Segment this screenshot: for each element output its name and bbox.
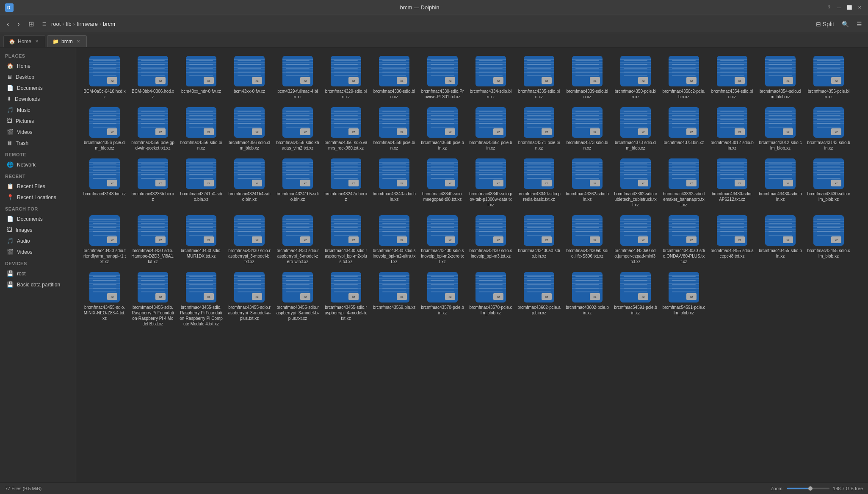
- sidebar-item-videos[interactable]: 🎬 Videos: [2, 127, 74, 137]
- list-item[interactable]: xzBCM-0bb4-0306.hcd.xz: [130, 53, 176, 102]
- list-item[interactable]: xzbrcmfmac43362-sdio.lemaker_bananapro.t…: [661, 155, 707, 210]
- list-item[interactable]: xzbrcmfmac4356-sdio.khadas_vim2.txt.xz: [274, 104, 321, 153]
- sidebar-item-pictures[interactable]: 🖼 Pictures: [2, 116, 74, 126]
- list-item[interactable]: xzbrcmfmac4366c-pcie.bin.xz: [467, 104, 514, 153]
- list-item[interactable]: xzbrcmfmac43340-sdio.bin.xz: [371, 155, 417, 210]
- sidebar-item-basic-partition[interactable]: 💾 Basic data partition: [2, 279, 74, 290]
- list-item[interactable]: xzbrcmfmac43570-pcie.clm_blob.xz: [467, 269, 514, 329]
- list-item[interactable]: xzbrcmfmac43602-pcie.ap.bin.xz: [516, 269, 562, 329]
- list-item[interactable]: xzbrcmfmac4356-sdio.vamrs_rock960.txt.xz: [323, 104, 369, 153]
- list-item[interactable]: xzbrcmfmac54591-pcie.bin.xz: [612, 269, 659, 329]
- list-item[interactable]: xzbrcmfmac43430-sdio.AP6212.txt.xz: [709, 155, 755, 210]
- list-item[interactable]: xzbrcmfmac43455-sdio.bin.xz: [757, 212, 804, 267]
- tab-brcm-close[interactable]: ✕: [75, 39, 81, 44]
- list-item[interactable]: xzbrcmfmac43455-sdio.raspberrypi_3-model…: [226, 269, 273, 329]
- sidebar-item-documents[interactable]: 📄 Documents: [2, 83, 74, 93]
- list-item[interactable]: xzbrcmfmac4373-sdio.clm_blob.xz: [612, 104, 659, 153]
- list-item[interactable]: xzbrcmfmac4350c2-pcie.bin.xz: [661, 53, 707, 102]
- close-button[interactable]: ✕: [856, 4, 863, 11]
- tab-home-close[interactable]: ✕: [34, 39, 40, 44]
- list-item[interactable]: xzbrcmfmac43362-sdio.bin.xz: [564, 155, 611, 210]
- sidebar-item-home[interactable]: 🏠 Home: [2, 61, 74, 71]
- list-item[interactable]: xzbrcmfmac4373-sdio.bin.xz: [564, 104, 611, 153]
- list-item[interactable]: xzbrcmfmac43430-sdio.raspberrypi_3-model…: [274, 212, 321, 267]
- split-button[interactable]: ⊟ Split: [813, 19, 837, 29]
- breadcrumb-current[interactable]: brcm: [103, 21, 115, 27]
- list-item[interactable]: xzbrcmfmac43455-sdio.raspberrypi_3-model…: [274, 269, 321, 329]
- back-button[interactable]: ‹: [3, 18, 12, 31]
- list-item[interactable]: xzbrcmfmac43430a0-sdio.ONDA-V80-PLUS.txt…: [661, 212, 707, 267]
- list-item[interactable]: xzbrcmfmac4354-sdio.clm_blob.xz: [757, 53, 804, 102]
- list-item[interactable]: xzbrcmfmac4371-pcie.bin.xz: [516, 104, 562, 153]
- help-button[interactable]: ?: [826, 4, 832, 11]
- list-item[interactable]: xzbrcmfmac43236b.bin.xz: [130, 155, 176, 210]
- list-item[interactable]: xzbcm43xx-0.fw.xz: [226, 53, 273, 102]
- list-item[interactable]: xzbrcmfmac43012-sdio.bin.xz: [709, 104, 755, 153]
- list-item[interactable]: xzbrcmfmac43430-sdio.raspberrypi_3-model…: [226, 212, 273, 267]
- list-item[interactable]: xzbrcmfmac43430-sdio.MUR1DX.txt.xz: [178, 212, 224, 267]
- minimize-button[interactable]: —: [836, 4, 843, 11]
- list-item[interactable]: xzbrcmfmac43241b4-sdio.bin.xz: [226, 155, 273, 210]
- sidebar-item-recent-locations[interactable]: 📍 Recent Locations: [2, 192, 74, 203]
- list-item[interactable]: xzbrcmfmac43455-sdio.acepc-t8.txt.xz: [709, 212, 755, 267]
- list-item[interactable]: xzbrcmfmac43143-sdio.bin.xz: [805, 104, 852, 153]
- list-item[interactable]: xzbcm43xx_hdr-0.fw.xz: [178, 53, 224, 102]
- list-item[interactable]: xzbrcmfmac43430-sdio.bin.xz: [757, 155, 804, 210]
- sidebar-item-search-audio[interactable]: 🎵 Audio: [2, 236, 74, 246]
- list-item[interactable]: xzbrcmfmac4329-sdio.bin.xz: [323, 53, 369, 102]
- sidebar-item-desktop[interactable]: 🖥 Desktop: [2, 72, 74, 82]
- list-item[interactable]: xzbrcmfmac43569.bin.xz: [371, 269, 417, 329]
- sidebar-item-recent-files[interactable]: 📋 Recent Files: [2, 181, 74, 191]
- list-item[interactable]: xzbrcmfmac4356-pcie.clm_blob.xz: [81, 104, 128, 153]
- tab-brcm[interactable]: 📁 brcm ✕: [47, 35, 87, 47]
- list-item[interactable]: xzbrcmfmac4354-sdio.bin.xz: [709, 53, 755, 102]
- breadcrumb-lib[interactable]: lib: [66, 21, 72, 27]
- list-item[interactable]: xzBCM-0a5c-6410.hcd.xz: [81, 53, 128, 102]
- list-item[interactable]: xzbrcmfmac4366b-pcie.bin.xz: [419, 104, 466, 153]
- sidebar-item-network[interactable]: 🌐 Network: [2, 159, 74, 170]
- list-item[interactable]: xzbrcmfmac4339-sdio.bin.xz: [564, 53, 611, 102]
- sidebar-item-trash[interactable]: 🗑 Trash: [2, 138, 74, 148]
- list-item[interactable]: xzbrcmfmac43570-pcie.bin.xz: [419, 269, 466, 329]
- list-item[interactable]: xzbrcmfmac4373.bin.xz: [661, 104, 707, 153]
- list-item[interactable]: xzbrcmfmac4356-pcie.gpd-win-pocket.txt.x…: [130, 104, 176, 153]
- list-item[interactable]: xzbrcmfmac43430-sdio.friendlyarm_nanopi-…: [81, 212, 128, 267]
- list-item[interactable]: xzbrcmfmac54591-pcie.clm_blob.xz: [661, 269, 707, 329]
- sidebar-item-search-videos[interactable]: 🎬 Videos: [2, 247, 74, 257]
- list-item[interactable]: xzbrcmfmac43241b5-sdio.bin.xz: [274, 155, 321, 210]
- list-item[interactable]: xzbrcmfmac4358-pcie.bin.xz: [371, 104, 417, 153]
- list-item[interactable]: xzbrcmfmac43241b0-sdio.bin.xz: [178, 155, 224, 210]
- list-item[interactable]: xzbrcmfmac43430-sdio.sinovoip_bpi-m3.txt…: [467, 212, 514, 267]
- icon-view-button[interactable]: ⊞: [25, 18, 37, 31]
- list-item[interactable]: xzbrcmfmac4350-pcie.bin.xz: [612, 53, 659, 102]
- forward-button[interactable]: ›: [14, 18, 23, 31]
- list-item[interactable]: xzbrcmfmac4335-sdio.bin.xz: [516, 53, 562, 102]
- breadcrumb-firmware[interactable]: firmware: [77, 21, 98, 27]
- zoom-slider[interactable]: [787, 488, 829, 489]
- list-item[interactable]: xzbrcmfmac43455-sdio.clm_blob.xz: [805, 212, 852, 267]
- list-item[interactable]: xzbrcmfmac43340-sdio.predia-basic.txt.xz: [516, 155, 562, 210]
- sidebar-item-root-device[interactable]: 💾 root: [2, 268, 74, 279]
- list-item[interactable]: xzbrcmfmac4356-sdio.clm_blob.xz: [226, 104, 273, 153]
- list-view-button[interactable]: ≡: [39, 18, 50, 31]
- list-item[interactable]: xzbrcmfmac43430-sdio.Hampoo-D2D3_Vi8A1.t…: [130, 212, 176, 267]
- list-item[interactable]: xzbrcmfmac43455-sdio.raspberrypi_4-model…: [323, 269, 369, 329]
- list-item[interactable]: xzbrcmfmac43430-sdio.clm_blob.xz: [805, 155, 852, 210]
- list-item[interactable]: xzbrcmfmac4356-pcie.bin.xz: [805, 53, 852, 102]
- list-item[interactable]: xzbrcmfmac43430a0-sdio.jumper-ezpad-mini…: [612, 212, 659, 267]
- sidebar-item-downloads[interactable]: ⬇ Downloads: [2, 94, 74, 104]
- list-item[interactable]: xzbrcmfmac43340-sdio.meegopad-t08.txt.xz: [419, 155, 466, 210]
- list-item[interactable]: xzbrcmfmac43430-sdio.sinovoip_bpi-m2-zer…: [419, 212, 466, 267]
- maximize-button[interactable]: ⬜: [846, 4, 853, 11]
- list-item[interactable]: xzbrcmfmac43430a0-sdio.bin.xz: [516, 212, 562, 267]
- list-item[interactable]: xzbrcmfmac4330-sdio.Prowise-PT301.txt.xz: [419, 53, 466, 102]
- tab-home[interactable]: 🏠 Home ✕: [3, 35, 45, 47]
- search-button[interactable]: 🔍: [839, 19, 851, 29]
- list-item[interactable]: xzbrcmfmac43143.bin.xz: [81, 155, 128, 210]
- sidebar-item-search-images[interactable]: 🖼 Images: [2, 225, 74, 235]
- list-item[interactable]: xzbrcmfmac43455-sdio.Raspberry Pi Founda…: [178, 269, 224, 329]
- list-item[interactable]: xzbrcmfmac43455-sdio.Raspberry Pi Founda…: [130, 269, 176, 329]
- list-item[interactable]: xzbrcmfmac4334-sdio.bin.xz: [467, 53, 514, 102]
- list-item[interactable]: xzbrcmfmac43430-sdio.sinovoip_bpi-m2-ult…: [371, 212, 417, 267]
- list-item[interactable]: xzbrcmfmac43340-sdio.pov-tab-p1006w-data…: [467, 155, 514, 210]
